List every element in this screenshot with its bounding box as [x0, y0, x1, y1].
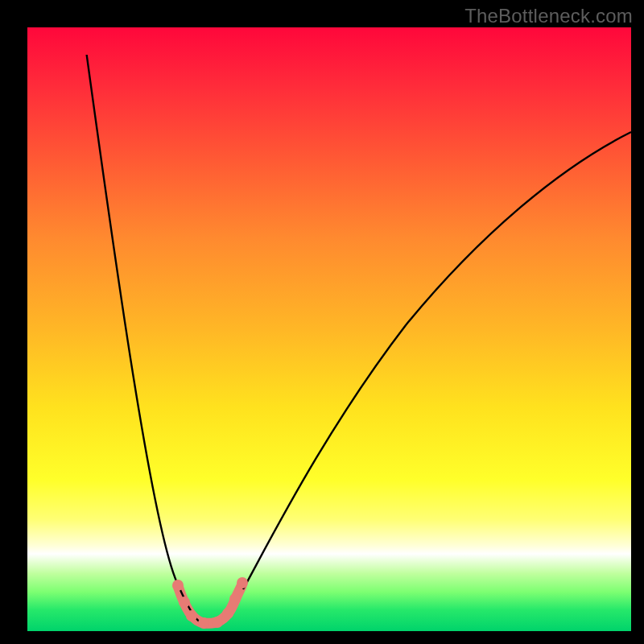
valley-dot — [212, 617, 223, 628]
chart-svg — [0, 0, 644, 644]
valley-dot — [229, 593, 241, 605]
watermark-label: TheBottleneck.com — [464, 5, 633, 27]
valley-dot — [198, 617, 209, 629]
valley-dot — [179, 597, 190, 608]
chart-frame: TheBottleneck.com — [0, 0, 644, 644]
valley-dot — [237, 577, 248, 588]
plot-background — [27, 27, 631, 631]
valley-dot — [186, 610, 197, 621]
valley-dot — [172, 580, 184, 591]
valley-dot — [222, 608, 233, 619]
